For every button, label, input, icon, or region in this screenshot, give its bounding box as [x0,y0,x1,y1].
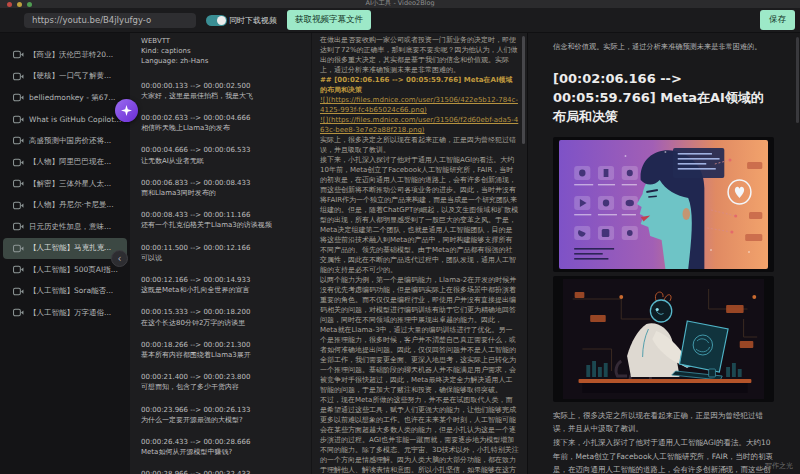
video-camera-icon [13,72,24,81]
video-camera-icon [13,136,24,145]
floating-assistant-button[interactable] [115,99,138,122]
preview-paragraphs: 实际上，很多决定之所以现在看起来正确，正是因为曾经犯过错误，并且从中汲取了教训。… [553,409,774,474]
cue-time: 00:00:06.833 --> 00:00:08.433 [141,178,311,188]
cue-time: 00:00:28.966 --> 00:00:32.433 [141,469,311,474]
video-camera-icon [13,93,24,102]
subtitle-cue: 00:00:06.833 --> 00:00:08.433而和Llama3同时发… [141,178,311,198]
cue-text: 大家好，这里是最佳拍档，我是大飞 [141,91,311,101]
cue-time: 00:00:23.966 --> 00:00:26.133 [141,405,311,415]
vtt-header-line: WEBVTT [141,36,311,46]
preview-image-2 [553,276,774,402]
subtitle-cue: 00:00:12.166 --> 00:00:14.933这既是Meta和小扎向… [141,275,311,295]
markdown-content: 在做出是否要收购一家公司或者投资一门新业务的决定时，即便达到了72%的正确率，那… [320,35,519,474]
titlebar: AI小工具 - Video2Blog [0,0,800,8]
cue-text: 可以说 [141,253,311,263]
video-list-sidebar: 【商业】沃伦巴菲特20...【硬核】一口气了解黄...belliedmonkey… [0,33,130,474]
sidebar-item[interactable]: belliedmonkey - 第67... [0,87,130,109]
subtitle-cue: 00:00:21.400 --> 00:00:23.800可想而知，包含了多少干… [141,372,311,392]
sidebar-item[interactable]: 【人工智能】马克扎克... [3,238,127,260]
cue-time: 00:00:26.433 --> 00:00:28.666 [141,437,311,447]
sidebar-item-label: 【人工智能】500页AI指... [29,265,118,275]
cue-time: 00:00:12.166 --> 00:00:14.933 [141,275,311,285]
subtitle-cue: 00:00:23.966 --> 00:00:26.133为什么一定要开源最强的… [141,405,311,425]
markdown-body: 在做出是否要收购一家公司或者投资一门新业务的决定时，即便达到了72%的正确率，那… [320,35,519,75]
cue-text: 可想而知，包含了多少干货内容 [141,382,311,392]
sidebar-item-label: 【解密】三体外星人太... [29,179,111,189]
vtt-header-line: Kind: captions [141,46,311,56]
video-camera-icon [13,50,24,59]
cue-time: 00:00:00.133 --> 00:00:02.500 [141,81,311,91]
cue-text: 在这个长达80分钟2万字的访谈里 [141,318,311,328]
sidebar-item[interactable]: 【人工智能】500页AI指... [0,259,130,281]
cue-text: 为什么一定要开源最强的大模型? [141,415,311,425]
download-video-toggle[interactable] [206,15,227,26]
cue-time: 00:00:04.666 --> 00:00:06.533 [141,145,311,155]
video-camera-icon [13,115,24,124]
cue-text: 让无数AI从业者无眠 [141,156,311,166]
preview-intro: 信念和价值观。实际上，通过分析来准确预测未来是非常困难的。 [553,41,774,53]
markdown-editor-column[interactable]: 在做出是否要收购一家公司或者投资一门新业务的决定时，即便达到了72%的正确率，那… [312,33,528,474]
video-camera-icon [13,308,24,317]
subtitle-cue: 00:00:02.633 --> 00:00:04.666相信昨天晚上Llama… [141,113,311,133]
sidebar-item-label: 【人物】阿里巴巴现在... [29,157,111,167]
sidebar-item[interactable]: 【硬核】一口气了解黄... [0,66,130,88]
toggle-knob [217,16,226,25]
subtitle-cue: 00:00:28.966 --> 00:00:32.433以及小扎对于AI安全等… [141,469,311,474]
sidebar-item-label: What is GitHub Copilot... [29,115,121,124]
cue-text: 这既是Meta和小扎向全世界的宣言 [141,285,311,295]
sidebar-item-label: 日元历史性加息，意味... [29,222,111,232]
video-camera-icon [13,222,24,231]
watermark: 写作之光 [765,461,793,471]
video-camera-icon [13,265,24,274]
preview-paragraph: 实际上，很多决定之所以现在看起来正确，正是因为曾经犯过错误，并且从中汲取了教训。 [553,409,774,435]
sidebar-item[interactable]: What is GitHub Copilot... [0,109,130,131]
sidebar-item[interactable]: 【人物】丹尼尔·卡尼曼... [0,195,130,217]
markdown-body: 实际上，很多决定之所以现在看起来正确，正是因为曾经犯过错误，并且吸取了教训。 [320,135,519,155]
video-camera-icon [13,179,24,188]
video-camera-icon [13,244,24,253]
markdown-scrollbar[interactable] [522,36,525,144]
preview-heading: [00:02:06.166 --> 00:05:59.766] Meta在AI领… [553,69,774,126]
video-camera-icon [13,201,24,210]
video-camera-icon [13,136,24,145]
video-camera-icon [13,308,24,317]
sidebar-item[interactable]: 【商业】沃伦巴菲特20... [0,44,130,66]
sidebar-item-label: belliedmonkey - 第67... [29,93,115,103]
toolbar: 同时下载视频 获取视频字幕文件 保存 [0,8,800,33]
sidebar-item[interactable]: 【人工智能】万字通俗... [0,302,130,324]
chevron-left-icon: ‹ [118,253,122,264]
cue-time: 00:00:21.400 --> 00:00:23.800 [141,372,311,382]
video-camera-icon [13,93,24,102]
save-button[interactable]: 保存 [760,10,795,30]
subtitle-cue: 00:00:26.433 --> 00:00:28.666Meta如何从开源模型… [141,437,311,457]
sidebar-item-label: 【人工智能】万字通俗... [29,308,111,318]
cue-text: 还有一个扎克伯格关于Llama3的访谈视频 [141,220,311,230]
sidebar-item[interactable]: 日元历史性加息，意味... [0,216,130,238]
video-camera-icon [13,179,24,188]
video-camera-icon [13,158,24,167]
robot-typing-illustration [563,279,764,399]
sidebar-item[interactable]: 【人工智能】Sora能否... [0,281,130,303]
video-url-input[interactable] [24,13,196,28]
cue-text: 而和Llama3同时发布的 [141,188,311,198]
fetch-subtitles-button[interactable]: 获取视频字幕文件 [287,10,371,30]
sidebar-collapse-button[interactable]: ‹ [111,250,128,267]
sidebar-item[interactable]: 【人物】阿里巴巴现在... [0,152,130,174]
sidebar-item-label: 【硬核】一口气了解黄... [29,71,111,81]
sidebar-item[interactable]: 【解密】三体外星人太... [0,173,130,195]
markdown-body: 以两个能力为例，第一个是编码能力，Llama-2在开发的时候并没有优先考虑编码功… [320,275,519,395]
video-camera-icon [13,265,24,274]
cue-text: Meta如何从开源模型中赚钱? [141,447,311,457]
sidebar-item-label: 【人物】丹尼尔·卡尼曼... [29,200,114,210]
markdown-link: ![](https://files.mdnice.com/user/31506/… [320,95,519,115]
video-camera-icon [13,222,24,231]
preview-panel[interactable]: 信念和价值观。实际上，通过分析来准确预测未来是非常困难的。 [00:02:06.… [528,33,800,474]
sparkle-icon [121,105,132,116]
video-camera-icon [13,201,24,210]
subtitle-source-column[interactable]: WEBVTTKind: captionsLanguage: zh-Hans 00… [130,33,312,474]
sidebar-item-label: 高盛预测中国房价还将... [29,136,111,146]
subtitle-cue: 00:00:00.133 --> 00:00:02.500大家好，这里是最佳拍档… [141,81,311,101]
sidebar-item[interactable]: 高盛预测中国房价还将... [0,130,130,152]
preview-scrollbar[interactable] [796,37,799,123]
window-title: AI小工具 - Video2Blog [0,0,800,8]
